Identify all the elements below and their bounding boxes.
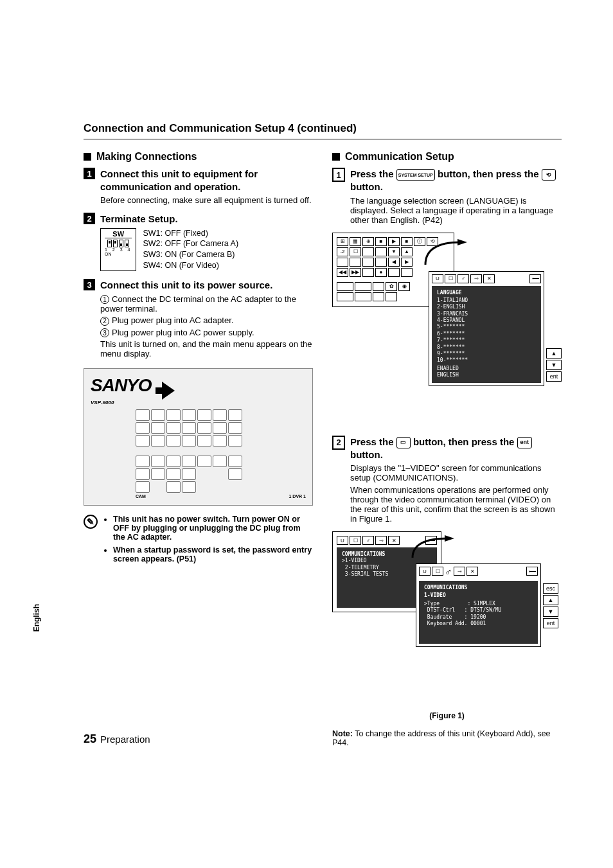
step3-title: Connect this unit to its power source. xyxy=(100,279,313,292)
substep2-text: Plug power plug into AC adapter. xyxy=(112,315,233,325)
left-column: Making Connections 1 Connect this unit t… xyxy=(84,151,313,747)
sw2-line: SW2: OFF (For Camera A) xyxy=(143,238,238,249)
language-screen-inner: U☐♂⊸✕ ⟵ LANGUAGE 1-ITALIANO 2-ENGLISH 3-… xyxy=(429,271,544,386)
ent-button: ent xyxy=(546,371,562,382)
bullet-icon xyxy=(84,153,91,161)
power-notes: ✎ This unit has no power switch. Turn po… xyxy=(84,515,313,567)
ent-button: ent xyxy=(543,618,558,628)
substep1-text: Connect the DC terminal on the AC adapte… xyxy=(100,294,296,314)
ent-button-icon: ent xyxy=(517,437,533,448)
sanyo-logo: SANYO xyxy=(91,375,152,396)
comm-step-2: 2 Press the ▭ button, then press the ent… xyxy=(332,436,562,524)
dip-4 xyxy=(125,240,129,247)
comm-inner-body: >Type : SIMPLEX DTST-Ctrl : DTST/SW/MU B… xyxy=(424,601,533,628)
sw-numbers: 1 2 3 4 xyxy=(105,247,132,252)
sw-label: SW xyxy=(105,230,132,238)
comm-step2-title: Press the ▭ button, then press the ent b… xyxy=(350,436,562,461)
step-connect-power: 3 Connect this unit to its power source.… xyxy=(84,279,313,360)
up-button: ▲ xyxy=(543,595,558,605)
dip-3 xyxy=(119,240,123,247)
comm-inner-sub: 1-VIDEO xyxy=(424,592,533,599)
dip-2 xyxy=(113,240,118,247)
address-note: Note: To change the address of this unit… xyxy=(332,729,562,747)
circle-1-icon: 1 xyxy=(100,295,109,304)
dip-switch-diagram: SW 1 2 3 4 ON xyxy=(100,228,136,272)
reset-button-icon: ⟲ xyxy=(542,169,556,181)
model-label: VSP-9000 xyxy=(91,400,152,405)
bullet-icon xyxy=(332,153,340,161)
comm-step1-text: The language selection screen (LANGUAGE)… xyxy=(350,196,562,225)
arrow-right-icon xyxy=(162,382,175,400)
substep-1: 1Connect the DC terminal on the AC adapt… xyxy=(100,294,313,314)
dvr-label: 1 DVR 1 xyxy=(289,494,306,499)
outline-step-2: 2 xyxy=(332,436,345,450)
comm-step1-title: Press the SYSTEM SETUP button, then pres… xyxy=(350,168,562,193)
comm-step-1: 1 Press the SYSTEM SETUP button, then pr… xyxy=(332,168,562,225)
cam-label: CAM xyxy=(136,494,146,499)
comm-inner-title: COMMUNICATIONS xyxy=(424,585,533,591)
step3-tail: This unit is turned on, and the main men… xyxy=(100,339,313,359)
note-bullet-1: This unit has no power switch. Turn powe… xyxy=(113,515,313,542)
arrow-icon xyxy=(422,239,474,278)
language-enabled: ENABLED ENGLISH xyxy=(437,366,536,379)
device-panel-illustration: SANYO VSP-9000 CAM xyxy=(84,368,313,506)
circle-2-icon: 2 xyxy=(100,317,109,326)
step1-text: Before connecting, make sure all equipme… xyxy=(100,195,313,205)
figure-1-caption: (Figure 1) xyxy=(332,711,562,720)
sw3-line: SW3: ON (For Camera B) xyxy=(143,249,238,260)
esc-button: esc xyxy=(543,583,558,594)
page-heading: Connection and Communication Setup 4 (co… xyxy=(84,122,562,135)
language-tab: English xyxy=(32,604,41,632)
sw-on-label: ON xyxy=(105,252,132,256)
sw4-line: SW4: ON (For Video) xyxy=(143,260,238,271)
step-connect-equipment: 1 Connect this unit to equipment for com… xyxy=(84,168,313,205)
note-bullet-2: When a startup password is set, the pass… xyxy=(113,545,313,563)
down-button: ▼ xyxy=(543,607,558,617)
svg-marker-1 xyxy=(445,535,454,542)
system-setup-button-icon: SYSTEM SETUP xyxy=(396,169,435,181)
substep-3: 3Plug power plug into AC power supply. xyxy=(100,328,313,338)
step-number-2: 2 xyxy=(84,213,95,224)
substep3-text: Plug power plug into AC power supply. xyxy=(112,328,254,337)
step-terminate-setup: 2 Terminate Setup. SW 1 2 3 4 xyxy=(84,213,313,271)
step2-title: Terminate Setup. xyxy=(100,213,313,226)
arrow-icon xyxy=(409,535,461,567)
step-number-3: 3 xyxy=(84,279,95,290)
comm-step2-text1: Displays the "1–VIDEO" screen for commun… xyxy=(350,463,562,483)
communication-setup-title: Communication Setup xyxy=(345,151,454,163)
video-screen-inner: U☐♂⊸✕ ⟵ COMMUNICATIONS 1-VIDEO >Type : S… xyxy=(416,563,541,647)
down-button: ▼ xyxy=(546,360,562,370)
language-title: LANGUAGE xyxy=(437,290,536,296)
making-connections-title: Making Connections xyxy=(96,151,197,163)
comm-step2-text2: When communications operations are perfo… xyxy=(350,485,562,524)
device-button-grid-2 xyxy=(136,456,306,493)
device-button-grid xyxy=(136,409,306,447)
up-button: ▲ xyxy=(546,348,562,359)
page-footer: 25Preparation xyxy=(84,732,150,746)
svg-marker-0 xyxy=(458,239,467,245)
substep-2: 2Plug power plug into AC adapter. xyxy=(100,315,313,326)
sw-descriptions: SW1: OFF (Fixed) SW2: OFF (For Camera A)… xyxy=(143,228,238,272)
heading-rule xyxy=(84,139,562,139)
comm-button-icon: ▭ xyxy=(396,437,411,448)
pencil-note-icon: ✎ xyxy=(84,515,98,529)
circle-3-icon: 3 xyxy=(100,328,109,337)
step-number-1: 1 xyxy=(84,168,95,179)
step1-title: Connect this unit to equipment for commu… xyxy=(100,168,313,193)
right-column: Communication Setup 1 Press the SYSTEM S… xyxy=(332,151,562,747)
dip-1 xyxy=(107,240,112,247)
outline-step-1: 1 xyxy=(332,168,345,182)
language-list: 1-ITALIANO 2-ENGLISH 3-FRANCAIS 4-ESPANO… xyxy=(437,297,536,364)
sw1-line: SW1: OFF (Fixed) xyxy=(143,228,238,239)
